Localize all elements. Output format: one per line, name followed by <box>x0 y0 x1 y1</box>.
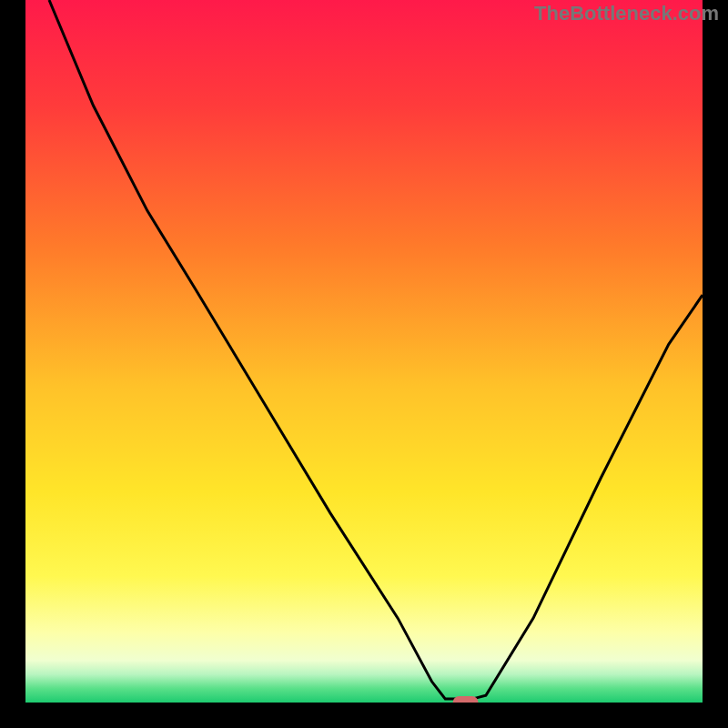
gradient-background <box>25 0 703 703</box>
axis-border-left <box>0 0 25 728</box>
bottleneck-chart: TheBottleneck.com <box>0 0 728 728</box>
watermark-text: TheBottleneck.com <box>534 2 719 25</box>
chart-svg <box>0 0 728 728</box>
axis-border-right <box>703 0 728 728</box>
axis-border-bottom <box>0 703 728 728</box>
